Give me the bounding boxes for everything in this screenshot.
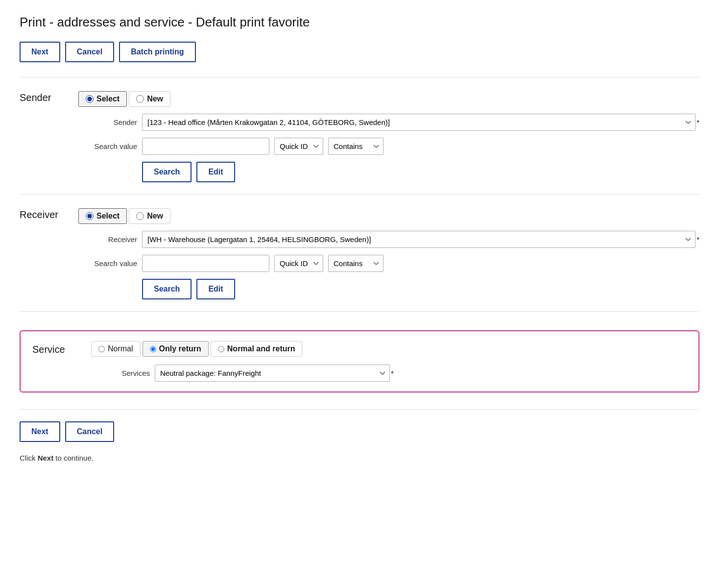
batch-printing-button[interactable]: Batch printing [119, 42, 195, 62]
sender-search-button[interactable]: Search [142, 162, 192, 182]
service-normal-and-return-option[interactable]: Normal and return [211, 341, 303, 357]
receiver-edit-button[interactable]: Edit [196, 279, 235, 299]
sender-required-star: * [696, 118, 699, 126]
top-toolbar: Next Cancel Batch printing [20, 42, 699, 62]
sender-new-option[interactable]: New [129, 91, 170, 107]
service-inner: Service Normal Only return Normal and re… [32, 341, 687, 382]
sender-dropdown[interactable]: [123 - Head office (Mårten Krakowgatan 2… [142, 114, 695, 131]
sender-field-row: Sender [123 - Head office (Mårten Krakow… [78, 114, 699, 131]
receiver-dropdown-wrapper: [WH - Warehouse (Lagergatan 1, 25464, HE… [142, 231, 699, 248]
receiver-search-button[interactable]: Search [142, 279, 192, 299]
service-section-box: Service Normal Only return Normal and re… [20, 330, 699, 392]
receiver-radio-group: Select New [78, 208, 699, 224]
receiver-select-radio[interactable] [86, 212, 94, 220]
receiver-new-option[interactable]: New [129, 208, 170, 224]
sender-select-radio[interactable] [86, 95, 94, 103]
receiver-quick-id-select[interactable]: Quick ID Name Address [274, 255, 323, 272]
service-section-content: Normal Only return Normal and return Ser… [91, 341, 687, 382]
service-section-label: Service [32, 341, 91, 355]
service-only-return-radio[interactable] [150, 346, 156, 352]
sender-dropdown-wrapper: [123 - Head office (Mårten Krakowgatan 2… [142, 114, 699, 131]
sender-search-input[interactable] [142, 138, 269, 155]
sender-section-content: Select New Sender [123 - Head office (Må… [78, 91, 699, 182]
receiver-section-label: Receiver [20, 208, 78, 220]
receiver-search-input[interactable] [142, 255, 269, 272]
services-dropdown-wrapper: Neutral package: FannyFreight Standard p… [155, 365, 687, 382]
services-field-row: Services Neutral package: FannyFreight S… [91, 365, 687, 382]
receiver-field-row: Receiver [WH - Warehouse (Lagergatan 1, … [78, 231, 699, 248]
receiver-btn-row: Search Edit [142, 279, 699, 299]
services-field-label: Services [91, 369, 150, 377]
bottom-toolbar: Next Cancel [20, 409, 699, 442]
services-dropdown[interactable]: Neutral package: FannyFreight Standard p… [155, 365, 390, 382]
sender-search-label: Search value [78, 142, 137, 150]
sender-section: Sender Select New Sender [123 - Head off… [20, 77, 699, 194]
service-normal-option[interactable]: Normal [91, 341, 141, 357]
receiver-section-content: Select New Receiver [WH - Warehouse (Lag… [78, 208, 699, 299]
service-normal-and-return-radio[interactable] [218, 346, 224, 352]
cancel-button-bottom[interactable]: Cancel [65, 421, 114, 442]
sender-select-option[interactable]: Select [78, 91, 127, 107]
receiver-select-option[interactable]: Select [78, 208, 127, 224]
receiver-dropdown[interactable]: [WH - Warehouse (Lagergatan 1, 25464, HE… [142, 231, 695, 248]
service-section-wrapper: Service Normal Only return Normal and re… [20, 311, 699, 409]
sender-search-row: Search value Quick ID Name Address Conta… [78, 138, 699, 155]
receiver-contains-select[interactable]: Contains Starts with Equals [328, 255, 383, 272]
next-button-top[interactable]: Next [20, 42, 60, 62]
sender-btn-row: Search Edit [142, 162, 699, 182]
hint-text: Click Next to continue. [20, 454, 699, 462]
sender-quick-id-select[interactable]: Quick ID Name Address [274, 138, 323, 155]
receiver-search-row: Search value Quick ID Name Address Conta… [78, 255, 699, 272]
receiver-new-radio[interactable] [136, 212, 144, 220]
sender-edit-button[interactable]: Edit [196, 162, 235, 182]
sender-section-label: Sender [20, 91, 78, 103]
cancel-button-top[interactable]: Cancel [65, 42, 114, 62]
service-radio-group: Normal Only return Normal and return [91, 341, 687, 357]
receiver-search-label: Search value [78, 259, 137, 268]
receiver-field-label: Receiver [78, 235, 137, 244]
page-title: Print - addresses and service - Default … [20, 15, 699, 30]
services-required-star: * [391, 369, 394, 377]
next-button-bottom[interactable]: Next [20, 421, 60, 442]
sender-contains-select[interactable]: Contains Starts with Equals [328, 138, 383, 155]
sender-field-label: Sender [78, 118, 137, 126]
sender-new-radio[interactable] [136, 95, 144, 103]
receiver-required-star: * [696, 235, 699, 244]
receiver-section: Receiver Select New Receiver [WH - Wareh… [20, 194, 699, 311]
service-normal-radio[interactable] [98, 346, 105, 352]
service-only-return-option[interactable]: Only return [143, 341, 209, 357]
sender-radio-group: Select New [78, 91, 699, 107]
